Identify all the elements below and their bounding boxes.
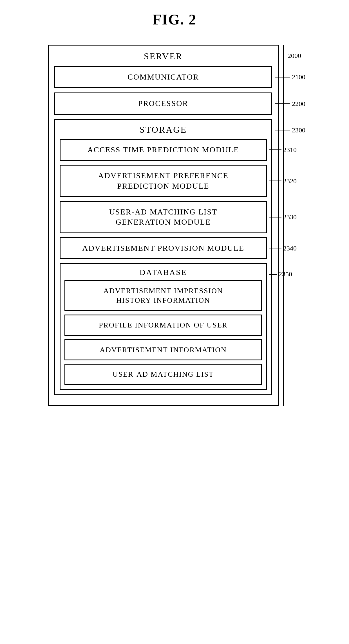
database-label: DATABASE xyxy=(64,268,262,277)
profile-info-label: PROFILE INFORMATION OF USER xyxy=(99,321,228,329)
processor-box: PROCESSOR xyxy=(54,92,272,114)
ad-info-box: ADVERTISEMENT INFORMATION xyxy=(64,339,262,361)
storage-box: STORAGE ACCESS TIME PREDICTION MODULE 23… xyxy=(54,119,272,395)
communicator-ref: 2100 xyxy=(292,73,305,81)
ad-impression-history-box: ADVERTISEMENT IMPRESSIONHISTORY INFORMAT… xyxy=(64,280,262,311)
profile-info-box: PROFILE INFORMATION OF USER xyxy=(64,315,262,336)
communicator-box: COMMUNICATOR xyxy=(54,66,272,88)
server-box: SERVER COMMUNICATOR 2100 PROCESSOR xyxy=(48,45,279,406)
user-ad-matching-gen-label: USER-AD MATCHING LISTGENERATION MODULE xyxy=(109,207,217,226)
server-ref: 2000 xyxy=(288,52,301,60)
access-time-box: ACCESS TIME PREDICTION MODULE xyxy=(60,139,267,161)
page-container: FIG. 2 SERVER COMMUNICATOR 2100 PROCESSO… xyxy=(0,11,349,406)
access-time-ref: 2310 xyxy=(283,146,297,153)
ad-preference-label: ADVERTISEMENT PREFERENCEPREDICTION MODUL… xyxy=(98,171,229,190)
database-ref: 2350 xyxy=(279,270,292,278)
user-ad-matching-gen-box: USER-AD MATCHING LISTGENERATION MODULE xyxy=(60,201,267,233)
ad-info-label: ADVERTISEMENT INFORMATION xyxy=(100,346,227,354)
processor-ref: 2200 xyxy=(292,100,305,107)
server-label: SERVER xyxy=(54,51,272,62)
user-ad-matching-list-box: USER-AD MATCHING LIST xyxy=(64,364,262,385)
access-time-label: ACCESS TIME PREDICTION MODULE xyxy=(88,145,239,154)
user-ad-matching-gen-ref: 2330 xyxy=(283,213,297,221)
figure-title: FIG. 2 xyxy=(153,11,196,28)
ad-impression-history-label: ADVERTISEMENT IMPRESSIONHISTORY INFORMAT… xyxy=(103,287,223,304)
ad-provision-label: ADVERTISEMENT PROVISION MODULE xyxy=(82,244,244,252)
database-box: DATABASE ADVERTISEMENT IMPRESSIONHISTORY… xyxy=(60,263,267,390)
ad-preference-box: ADVERTISEMENT PREFERENCEPREDICTION MODUL… xyxy=(60,165,267,197)
storage-label: STORAGE xyxy=(60,125,267,135)
processor-label: PROCESSOR xyxy=(138,99,188,108)
user-ad-matching-list-label: USER-AD MATCHING LIST xyxy=(113,370,214,378)
storage-ref: 2300 xyxy=(292,126,305,134)
ad-provision-box: ADVERTISEMENT PROVISION MODULE xyxy=(60,237,267,259)
ad-provision-ref: 2340 xyxy=(283,244,297,252)
communicator-label: COMMUNICATOR xyxy=(127,73,199,81)
ad-preference-ref: 2320 xyxy=(283,177,297,185)
